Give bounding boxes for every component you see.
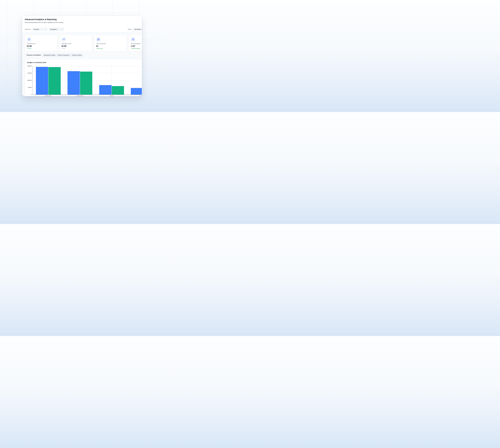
period-select[interactable]: This Month (133, 28, 142, 31)
chart-plot: 0900000180000027000003600000Nauth-EastSo… (25, 59, 142, 96)
y-axis-tick-label: 3600000 (25, 65, 32, 67)
bar-actual-central[interactable] (112, 86, 124, 95)
bar-budget-int[interactable] (131, 88, 142, 95)
x-axis-category-label: Souch-West (70, 95, 90, 96)
region-select-value: All Regions (50, 29, 62, 30)
tab-branch-comparison[interactable]: Branch Comparison (57, 54, 71, 57)
bar-actual-nauth-east[interactable] (48, 67, 61, 95)
dollar-icon: $ (28, 38, 30, 41)
x-axis-category-label: Int (139, 95, 141, 96)
x-axis-line (32, 95, 142, 95)
report-tabs: Financial Consolidation Operational Insi… (25, 54, 83, 57)
trending-up-icon (63, 38, 65, 41)
kpi-icon-tile: @ (96, 37, 101, 42)
kpi-icon-tile (131, 37, 135, 42)
kpi-value: $2,5M (62, 45, 90, 47)
bar-budget-central[interactable] (99, 85, 112, 95)
kpi-delta: +3.2% (62, 48, 90, 49)
at-sign-icon: @ (97, 38, 100, 41)
page-subtitle: Executive dashboards with drill-down cap… (25, 22, 63, 23)
zone-select-value: All Zones (33, 29, 45, 30)
page: { "page": { "title": "Advanced Analytics… (0, 0, 164, 112)
kpi-label: Total Employees (131, 43, 142, 44)
kpi-delta: +12.5% (27, 48, 55, 49)
kpi-label: Total Revenue (27, 43, 55, 44)
kpi-value: 2.347 (131, 45, 142, 47)
period-label: Period: (128, 29, 132, 30)
chevron-down-icon (62, 29, 63, 30)
kpi-card-active-branches: @ Active Branches $4 +9 this year (94, 35, 127, 51)
y-axis-tick-label: 900000 (25, 87, 32, 88)
x-axis-category-label: Central (101, 95, 122, 96)
drill-down-label: Drill Down: (25, 29, 31, 30)
chevron-down-icon (45, 29, 47, 30)
users-icon (132, 38, 134, 41)
tab-financial-consolidation[interactable]: Financial Consolidation (25, 54, 42, 57)
dashboard-panel: Advanced Analytics & Reporting Executive… (22, 16, 142, 96)
chart-card: Budget vs Actual by Zone 090000018000002… (25, 59, 142, 96)
gridline-horizontal (32, 66, 142, 66)
y-axis-tick-label: 2700000 (25, 73, 32, 74)
y-axis-tick-label: 1800000 (25, 80, 32, 81)
kpi-delta: +9 this year (96, 48, 125, 49)
kpi-card-operating-costs: Operating Costs $2,5M +3.2% (59, 35, 92, 51)
page-title: Advanced Analytics & Reporting (25, 18, 57, 21)
kpi-value: $4 (96, 45, 125, 47)
tab-operational-insights[interactable]: Operational Insights (43, 54, 57, 57)
bar-budget-nauth-east[interactable] (36, 67, 48, 95)
filter-bar: Drill Down: All Zones All Regions Period… (22, 27, 142, 32)
bar-actual-souch-west[interactable] (80, 72, 92, 95)
kpi-label: Operating Costs (62, 43, 90, 44)
bar-budget-souch-west[interactable] (67, 71, 80, 95)
period-select-value: This Month (134, 29, 141, 30)
kpi-card-total-employees: Total Employees 2.347 +136 this quarter (129, 35, 142, 51)
y-axis-tick-label: 0 (25, 94, 32, 95)
region-select[interactable]: All Regions (49, 28, 64, 31)
tab-territory-analysis[interactable]: Territory Analysis (71, 54, 83, 57)
kpi-icon-tile: $ (27, 37, 31, 42)
kpi-value: $2,5M (27, 45, 55, 47)
kpi-label: Active Branches (96, 43, 125, 44)
kpi-delta: +136 this quarter (131, 48, 142, 49)
panel-header: Advanced Analytics & Reporting Executive… (22, 16, 142, 27)
kpi-card-total-revenue: $ Total Revenue $2,5M +12.5% (25, 35, 57, 51)
x-axis-category-label: Nauth-East (38, 95, 58, 96)
kpi-icon-tile (62, 37, 66, 42)
zone-select[interactable]: All Zones (32, 28, 48, 31)
panel-content: $ Total Revenue $2,5M +12.5% Operating C… (22, 32, 142, 96)
